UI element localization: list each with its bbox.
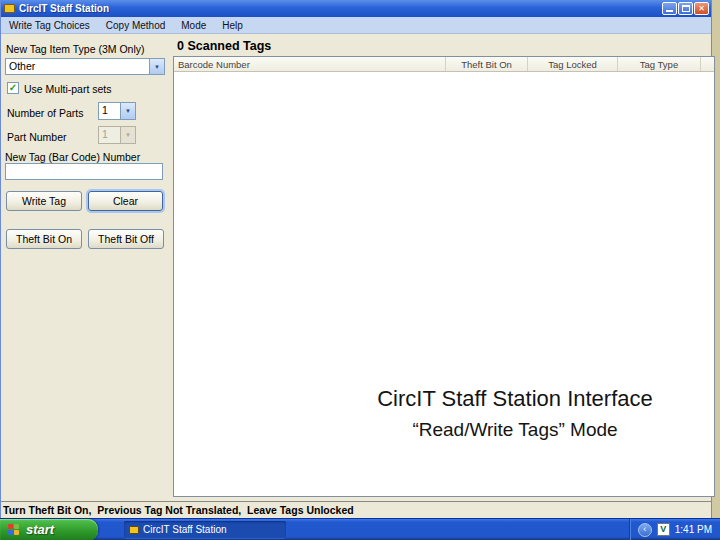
number-of-parts-label: Number of Parts: [7, 107, 83, 119]
chevron-down-icon: ▼: [120, 127, 135, 143]
chevron-down-icon[interactable]: ▼: [149, 59, 164, 74]
clock: 1:41 PM: [675, 524, 712, 535]
slide-title: CircIT Staff Station Interface: [340, 386, 690, 412]
new-tag-input[interactable]: [5, 163, 163, 180]
multipart-checkbox[interactable]: ✓: [7, 82, 19, 94]
check-icon: ✓: [9, 83, 17, 93]
theft-bit-on-button[interactable]: Theft Bit On: [6, 229, 82, 249]
slide-subtitle: “Read/Write Tags” Mode: [340, 419, 690, 441]
maximize-button[interactable]: [678, 2, 693, 15]
item-type-select[interactable]: Other ▼: [5, 58, 165, 75]
status-bar: Turn Theft Bit On, Previous Tag Not Tran…: [1, 501, 711, 518]
system-tray: ‹ V 1:41 PM: [629, 519, 720, 540]
app-icon: [4, 4, 15, 13]
part-number-value: 1: [99, 127, 120, 143]
title-bar[interactable]: CircIT Staff Station ✕: [1, 0, 711, 17]
slide-caption: CircIT Staff Station Interface “Read/Wri…: [340, 386, 690, 441]
start-button[interactable]: start: [0, 519, 98, 540]
close-icon: ✕: [698, 5, 705, 13]
taskbar-task-button[interactable]: CircIT Staff Station: [124, 521, 286, 539]
multipart-checkbox-label[interactable]: Use Multi-part sets: [24, 83, 112, 95]
task-app-icon: [129, 526, 139, 534]
maximize-icon: [682, 5, 690, 12]
chevron-left-icon: ‹: [643, 525, 646, 534]
menu-write-tag-choices[interactable]: Write Tag Choices: [1, 20, 98, 31]
column-header-tag-type[interactable]: Tag Type: [618, 57, 701, 71]
column-header-spacer: [701, 57, 714, 71]
start-button-label: start: [26, 522, 54, 537]
client-area: New Tag Item Type (3M Only) Other ▼ ✓ Us…: [1, 34, 711, 501]
taskbar: start CircIT Staff Station ‹ V 1:41 PM: [0, 518, 720, 540]
menu-copy-method[interactable]: Copy Method: [98, 20, 173, 31]
item-type-label: New Tag Item Type (3M Only): [6, 43, 145, 55]
part-number-label: Part Number: [7, 131, 67, 143]
scanned-tags-heading: 0 Scanned Tags: [177, 39, 271, 53]
column-header-theft-bit-on[interactable]: Theft Bit On: [446, 57, 528, 71]
windows-flag-icon: [8, 524, 21, 536]
column-header-tag-locked[interactable]: Tag Locked: [528, 57, 618, 71]
minimize-icon: [666, 10, 673, 12]
chevron-down-icon[interactable]: ▼: [120, 103, 135, 119]
menu-help[interactable]: Help: [214, 20, 251, 31]
table-header-row: Barcode Number Theft Bit On Tag Locked T…: [174, 57, 714, 72]
tray-app-icon[interactable]: V: [657, 523, 670, 536]
clear-button[interactable]: Clear: [88, 191, 163, 211]
close-button[interactable]: ✕: [694, 2, 709, 15]
menu-mode[interactable]: Mode: [173, 20, 214, 31]
column-header-barcode-number[interactable]: Barcode Number: [174, 57, 446, 71]
menu-bar: Write Tag Choices Copy Method Mode Help: [1, 17, 711, 34]
task-button-label: CircIT Staff Station: [143, 524, 227, 535]
number-of-parts-value: 1: [99, 103, 120, 119]
window-title: CircIT Staff Station: [19, 3, 661, 14]
item-type-value: Other: [6, 59, 149, 74]
part-number-select: 1 ▼: [98, 126, 136, 144]
new-tag-label: New Tag (Bar Code) Number: [5, 151, 140, 163]
write-tag-button[interactable]: Write Tag: [6, 191, 82, 211]
app-window: CircIT Staff Station ✕ Write Tag Choices…: [0, 0, 712, 518]
number-of-parts-select[interactable]: 1 ▼: [98, 102, 136, 120]
tray-expand-button[interactable]: ‹: [638, 523, 652, 537]
theft-bit-off-button[interactable]: Theft Bit Off: [88, 229, 164, 249]
minimize-button[interactable]: [662, 2, 677, 15]
